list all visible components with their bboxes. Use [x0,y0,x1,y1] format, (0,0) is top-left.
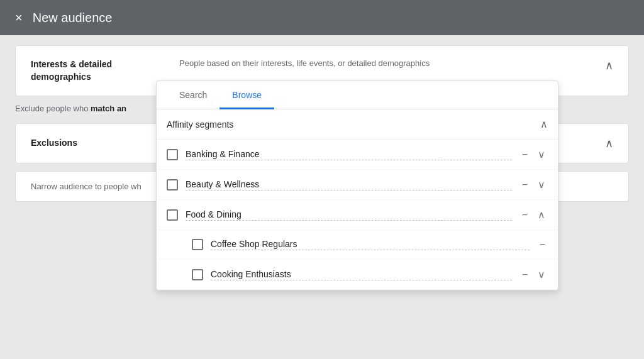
cooking-checkbox[interactable] [192,269,203,280]
affinity-segment-label: Affinity segments [167,119,233,130]
beauty-checkbox[interactable] [167,179,178,191]
interests-collapse-button[interactable]: ∧ [605,58,613,72]
affinity-collapse-icon[interactable]: ∧ [540,118,548,130]
food-label[interactable]: Food & Dining [186,209,512,221]
close-button[interactable]: × [15,11,23,25]
food-remove-icon[interactable]: − [519,208,530,222]
coffee-checkbox[interactable] [192,239,203,250]
dialog-header: × New audience [0,0,644,35]
cooking-label[interactable]: Cooking Enthusiasts [211,269,512,280]
banking-expand-icon[interactable]: ∨ [535,147,548,162]
coffee-remove-icon[interactable]: − [537,238,548,251]
beauty-expand-icon[interactable]: ∨ [535,177,548,192]
cooking-remove-icon[interactable]: − [519,268,530,282]
dropdown-body[interactable]: Affinity segments ∧ Banking & Finance − … [157,109,558,290]
beauty-actions: − ∨ [519,177,548,192]
banking-actions: − ∨ [519,147,548,162]
exclusions-label: Exclusions [31,137,77,150]
list-item: Food & Dining − ∧ [157,200,558,230]
narrow-text: Narrow audience to people wh [31,182,142,191]
banking-remove-icon[interactable]: − [519,148,530,162]
banking-checkbox[interactable] [167,149,178,160]
interests-description: People based on their interests, life ev… [169,58,600,68]
dialog-title: New audience [33,11,113,25]
banking-label[interactable]: Banking & Finance [186,149,512,160]
food-actions: − ∧ [519,207,548,222]
coffee-actions: − [537,238,548,251]
beauty-remove-icon[interactable]: − [519,178,530,192]
tab-browse[interactable]: Browse [219,81,274,109]
tab-search[interactable]: Search [167,81,219,109]
interests-label-area: Interests & detailed demographics [31,58,169,83]
food-collapse-icon[interactable]: ∧ [535,207,548,222]
cooking-expand-icon[interactable]: ∨ [535,267,548,282]
coffee-label[interactable]: Coffee Shop Regulars [211,239,530,250]
list-item: Beauty & Wellness − ∨ [157,170,558,200]
list-item: Banking & Finance − ∨ [157,140,558,170]
browse-dropdown: Search Browse Affinity segments ∧ Bankin… [156,80,558,290]
beauty-label[interactable]: Beauty & Wellness [186,179,512,191]
list-item: Coffee Shop Regulars − [157,230,558,260]
list-item: Cooking Enthusiasts − ∨ [157,260,558,290]
main-content: Interests & detailed demographics People… [0,35,644,212]
exclusions-collapse-button[interactable]: ∧ [605,136,613,150]
affinity-segment-header[interactable]: Affinity segments ∧ [157,109,558,140]
tab-bar: Search Browse [157,81,558,109]
cooking-actions: − ∨ [519,267,548,282]
interests-label: Interests & detailed demographics [31,59,112,82]
food-checkbox[interactable] [167,209,178,221]
